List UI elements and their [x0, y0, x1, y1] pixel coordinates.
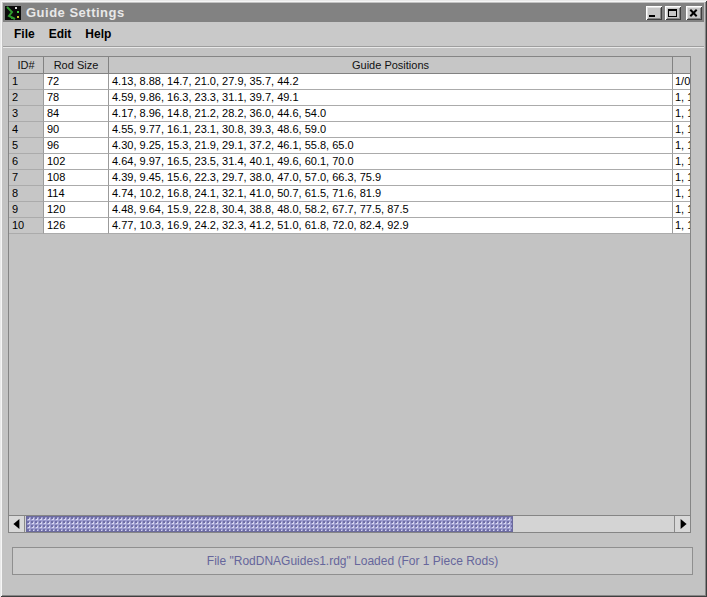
table-cell-rod-size[interactable]: 114 — [44, 186, 109, 202]
table-cell-id[interactable]: 8 — [9, 186, 44, 202]
table-row[interactable]: 3 84 4.17, 8.96, 14.8, 21.2, 28.2, 36.0,… — [9, 106, 690, 122]
table-cell-rod-size[interactable]: 84 — [44, 106, 109, 122]
menu-edit[interactable]: Edit — [42, 23, 79, 45]
table-cell-id[interactable]: 9 — [9, 202, 44, 218]
table-row[interactable]: 8 114 4.74, 10.2, 16.8, 24.1, 32.1, 41.0… — [9, 186, 690, 202]
table-cell-guide-positions[interactable]: 4.48, 9.64, 15.9, 22.8, 30.4, 38.8, 48.0… — [109, 202, 673, 218]
table-cell-id[interactable]: 4 — [9, 122, 44, 138]
table-cell-extra[interactable]: 1, 1 — [673, 170, 690, 186]
table-cell-extra[interactable]: 1, 1 — [673, 202, 690, 218]
scrollbar-thumb[interactable] — [26, 516, 513, 532]
table-row[interactable]: 1 72 4.13, 8.88, 14.7, 21.0, 27.9, 35.7,… — [9, 74, 690, 90]
table-cell-rod-size[interactable]: 78 — [44, 90, 109, 106]
window-title: Guide Settings — [24, 5, 643, 20]
table-cell-guide-positions[interactable]: 4.17, 8.96, 14.8, 21.2, 28.2, 36.0, 44.6… — [109, 106, 673, 122]
scroll-right-icon — [680, 519, 686, 529]
scroll-left-button[interactable] — [9, 516, 25, 532]
table-header-row: ID# Rod Size Guide Positions — [9, 57, 690, 74]
table-cell-guide-positions[interactable]: 4.77, 10.3, 16.9, 24.2, 32.3, 41.2, 51.0… — [109, 218, 673, 234]
scroll-left-icon — [13, 519, 19, 529]
table-cell-rod-size[interactable]: 96 — [44, 138, 109, 154]
table-row[interactable]: 6 102 4.64, 9.97, 16.5, 23.5, 31.4, 40.1… — [9, 154, 690, 170]
table-cell-extra[interactable]: 1, 1 — [673, 106, 690, 122]
table-cell-extra[interactable]: 1, 1 — [673, 154, 690, 170]
status-message: File "RodDNAGuides1.rdg" Loaded (For 1 P… — [207, 554, 498, 568]
menu-help[interactable]: Help — [78, 23, 118, 45]
column-header-extra[interactable] — [673, 57, 690, 74]
table-cell-id[interactable]: 1 — [9, 74, 44, 90]
table-cell-extra[interactable]: 1, 1 — [673, 138, 690, 154]
menu-file[interactable]: File — [7, 23, 42, 45]
table-cell-guide-positions[interactable]: 4.13, 8.88, 14.7, 21.0, 27.9, 35.7, 44.2 — [109, 74, 673, 90]
table-cell-extra[interactable]: 1, 1 — [673, 218, 690, 234]
table-cell-id[interactable]: 10 — [9, 218, 44, 234]
table-row[interactable]: 7 108 4.39, 9.45, 15.6, 22.3, 29.7, 38.0… — [9, 170, 690, 186]
column-header-rod-size[interactable]: Rod Size — [44, 57, 109, 74]
table-cell-extra[interactable]: 1/0, — [673, 74, 690, 90]
table-cell-id[interactable]: 2 — [9, 90, 44, 106]
table-row[interactable]: 10 126 4.77, 10.3, 16.9, 24.2, 32.3, 41.… — [9, 218, 690, 234]
maximize-button[interactable] — [665, 6, 681, 20]
horizontal-scrollbar[interactable] — [9, 515, 690, 532]
table-cell-id[interactable]: 6 — [9, 154, 44, 170]
table-row[interactable]: 5 96 4.30, 9.25, 15.3, 21.9, 29.1, 37.2,… — [9, 138, 690, 154]
app-icon — [5, 6, 21, 20]
scrollbar-track[interactable] — [25, 516, 674, 532]
guide-table-scrollpane: ID# Rod Size Guide Positions 1 72 4.13, … — [8, 56, 691, 533]
table-cell-guide-positions[interactable]: 4.39, 9.45, 15.6, 22.3, 29.7, 38.0, 47.0… — [109, 170, 673, 186]
minimize-icon — [649, 15, 655, 17]
close-button[interactable] — [686, 6, 702, 20]
table-cell-rod-size[interactable]: 90 — [44, 122, 109, 138]
table-cell-rod-size[interactable]: 126 — [44, 218, 109, 234]
table-row[interactable]: 2 78 4.59, 9.86, 16.3, 23.3, 31.1, 39.7,… — [9, 90, 690, 106]
maximize-icon — [668, 9, 677, 17]
column-header-guide-positions[interactable]: Guide Positions — [109, 57, 673, 74]
table-cell-id[interactable]: 5 — [9, 138, 44, 154]
table-cell-extra[interactable]: 1, 1 — [673, 122, 690, 138]
table-cell-extra[interactable]: 1, 1 — [673, 90, 690, 106]
table-row[interactable]: 4 90 4.55, 9.77, 16.1, 23.1, 30.8, 39.3,… — [9, 122, 690, 138]
title-bar[interactable]: Guide Settings — [3, 3, 704, 22]
table-cell-guide-positions[interactable]: 4.74, 10.2, 16.8, 24.1, 32.1, 41.0, 50.7… — [109, 186, 673, 202]
scroll-right-button[interactable] — [674, 516, 690, 532]
menu-bar: File Edit Help — [3, 22, 704, 47]
app-window: Guide Settings File Edit Help ID# Rod Si… — [0, 0, 707, 597]
table-cell-id[interactable]: 7 — [9, 170, 44, 186]
status-bar: File "RodDNAGuides1.rdg" Loaded (For 1 P… — [12, 547, 693, 575]
table-cell-rod-size[interactable]: 102 — [44, 154, 109, 170]
table-cell-guide-positions[interactable]: 4.64, 9.97, 16.5, 23.5, 31.4, 40.1, 49.6… — [109, 154, 673, 170]
table-cell-rod-size[interactable]: 108 — [44, 170, 109, 186]
minimize-button[interactable] — [646, 6, 662, 20]
table-cell-guide-positions[interactable]: 4.59, 9.86, 16.3, 23.3, 31.1, 39.7, 49.1 — [109, 90, 673, 106]
table-cell-rod-size[interactable]: 120 — [44, 202, 109, 218]
table-cell-extra[interactable]: 1, 1 — [673, 186, 690, 202]
column-header-id[interactable]: ID# — [9, 57, 44, 74]
table-body: 1 72 4.13, 8.88, 14.7, 21.0, 27.9, 35.7,… — [9, 74, 690, 234]
table-cell-guide-positions[interactable]: 4.30, 9.25, 15.3, 21.9, 29.1, 37.2, 46.1… — [109, 138, 673, 154]
table-cell-rod-size[interactable]: 72 — [44, 74, 109, 90]
table-cell-id[interactable]: 3 — [9, 106, 44, 122]
table-row[interactable]: 9 120 4.48, 9.64, 15.9, 22.8, 30.4, 38.8… — [9, 202, 690, 218]
table-cell-guide-positions[interactable]: 4.55, 9.77, 16.1, 23.1, 30.8, 39.3, 48.6… — [109, 122, 673, 138]
table-empty-area — [9, 234, 690, 515]
